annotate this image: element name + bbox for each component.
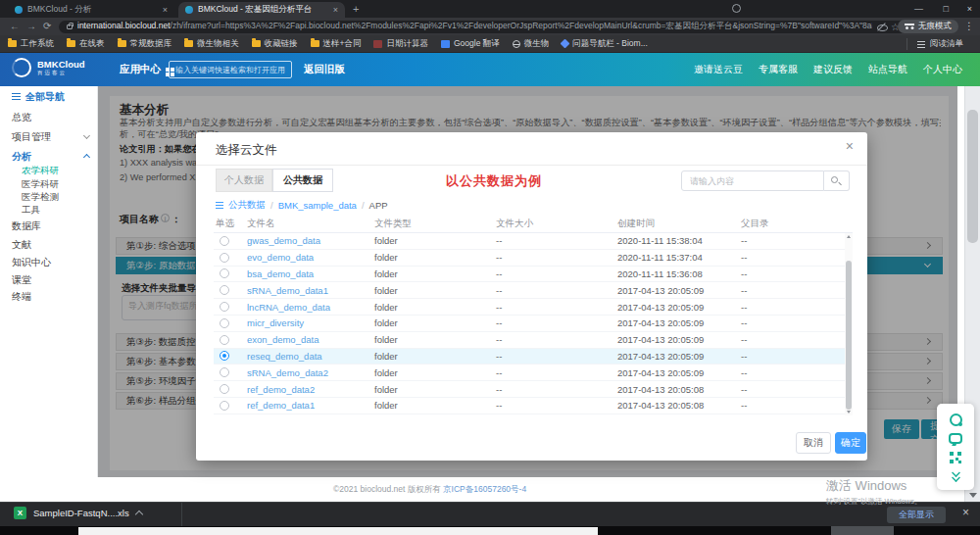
table-row[interactable]: ref_demo_data2 folder -- 2017-04-13 20:0… [214, 381, 853, 398]
icp-link[interactable]: 京ICP备16057260号-4 [443, 484, 526, 494]
chat-icon[interactable] [949, 433, 962, 444]
bookmark-item[interactable]: 常规数据库 [118, 38, 172, 50]
browser-tab-active[interactable]: BMKCloud - 宏基因组分析平台 × [178, 2, 345, 18]
table-row[interactable]: micr_diversity folder -- 2017-04-13 20:0… [214, 316, 853, 332]
file-name-link[interactable]: gwas_demo_data [247, 235, 374, 246]
window-minimize-button[interactable]: — [914, 4, 923, 14]
scroll-down-arrow[interactable] [847, 411, 851, 413]
confirm-button[interactable]: 确定 [835, 432, 866, 454]
sidebar-item-medical-testing[interactable]: 医学检测 [22, 191, 59, 204]
sidebar-item-medical-research[interactable]: 医学科研 [22, 178, 59, 191]
scroll-up-arrow[interactable] [847, 235, 851, 238]
sidebar-nav-all[interactable]: 全部导航 [12, 90, 65, 104]
sidebar-item-knowledge-center[interactable]: 知识中心 [12, 256, 51, 269]
browser-menu-icon[interactable]: ⋮ [964, 21, 974, 31]
dialog-close-icon[interactable]: × [846, 138, 854, 154]
file-name-link[interactable]: reseq_demo_data [247, 351, 374, 362]
dialog-search-input[interactable] [681, 170, 824, 191]
header-nav-link[interactable]: 专属客服 [759, 63, 798, 76]
new-tab-button[interactable]: + [353, 3, 359, 15]
tab-close-icon[interactable]: × [163, 5, 168, 15]
file-name-link[interactable]: micr_diversity [247, 317, 374, 328]
sidebar-item-project-management[interactable]: 项目管理 [12, 130, 51, 144]
bookmark-item[interactable]: 问题导航栏 - Biom... [562, 38, 648, 50]
show-all-downloads-button[interactable]: 全部显示 [887, 507, 946, 523]
bookmark-item[interactable]: Google 翻译 [441, 38, 500, 50]
window-close-button[interactable]: × [967, 4, 972, 14]
table-row[interactable]: bsa_demo_data folder -- 2020-11-11 15:36… [214, 267, 853, 283]
browser-tab[interactable]: BMKCloud - 分析 × [8, 2, 174, 18]
radio-button[interactable] [220, 236, 229, 246]
radio-button[interactable] [220, 318, 229, 328]
table-row[interactable]: gwas_demo_data folder -- 2020-11-11 15:3… [214, 233, 853, 250]
sidebar-item-database[interactable]: 数据库 [12, 219, 41, 233]
header-nav-link[interactable]: 站点导航 [868, 63, 907, 76]
forward-icon[interactable]: → [26, 21, 36, 31]
table-row[interactable]: sRNA_demo_data2 folder -- 2017-04-13 20:… [214, 365, 853, 381]
reload-icon[interactable]: ⟳ [43, 21, 51, 31]
scrollbar-thumb[interactable] [967, 110, 978, 243]
radio-button[interactable] [220, 302, 229, 312]
bookmark-item[interactable]: 收藏链接 [252, 38, 298, 50]
window-maximize-button[interactable]: □ [944, 4, 949, 14]
back-to-old-link[interactable]: 返回旧版 [304, 63, 345, 76]
breadcrumb-folder-link[interactable]: BMK_sample_data [278, 200, 357, 211]
sidebar-item-analysis[interactable]: 分析 [12, 150, 31, 164]
tab-public-data[interactable]: 公共数据 [272, 169, 333, 192]
customer-service-icon[interactable] [950, 413, 962, 426]
radio-button[interactable] [220, 384, 229, 394]
bookmark-item[interactable]: 送样+合同 [311, 38, 362, 50]
table-row[interactable]: reseq_demo_data folder -- 2017-04-13 20:… [214, 349, 853, 365]
header-nav-link[interactable]: 邀请送云豆 [694, 63, 743, 76]
header-nav-link[interactable]: 建议反馈 [813, 63, 853, 76]
breadcrumb-root-link[interactable]: 公共数据 [228, 199, 266, 212]
bookmark-item[interactable]: 在线表 [67, 38, 105, 50]
shelf-close-icon[interactable]: × [962, 506, 969, 519]
table-scrollbar[interactable] [845, 233, 853, 415]
bookmark-item[interactable]: 微生物 [513, 38, 550, 50]
sidebar-item-tools[interactable]: 工具 [22, 204, 40, 217]
file-name-link[interactable]: sRNA_demo_data1 [247, 285, 374, 296]
table-row[interactable]: ref_demo_data1 folder -- 2017-04-13 20:0… [214, 398, 853, 414]
file-name-link[interactable]: ref_demo_data1 [247, 400, 374, 411]
file-name-link[interactable]: evo_demo_data [247, 252, 374, 263]
radio-button[interactable] [220, 268, 229, 278]
file-name-link[interactable]: bsa_demo_data [247, 268, 374, 279]
file-name-link[interactable]: lncRNA_demo_data [247, 302, 374, 313]
header-search-input[interactable] [169, 61, 292, 78]
dialog-search-button[interactable] [824, 170, 850, 191]
reading-list[interactable]: 阅读清单 [906, 35, 963, 53]
radio-button[interactable] [220, 367, 229, 377]
bookmark-item[interactable]: 日期计算器 [373, 38, 428, 50]
sidebar-item-overview[interactable]: 总览 [12, 111, 31, 124]
scroll-down-arrow[interactable] [969, 493, 977, 498]
chevron-up-icon[interactable] [134, 511, 142, 518]
download-item[interactable]: X SampleID-FastqN....xls [14, 507, 142, 519]
bookmark-item[interactable]: 工作系统 [8, 38, 54, 50]
app-center-button[interactable]: 应用中心 [120, 63, 174, 76]
sidebar-item-classroom[interactable]: 课堂 [12, 273, 31, 287]
table-row[interactable]: lncRNA_demo_data folder -- 2017-04-13 20… [214, 299, 853, 316]
radio-button[interactable] [220, 335, 229, 345]
radio-button[interactable] [220, 253, 229, 263]
double-chevron-down-icon[interactable] [951, 470, 960, 480]
table-row[interactable]: evo_demo_data folder -- 2020-11-11 15:37… [214, 250, 853, 267]
back-icon[interactable]: ← [10, 21, 20, 31]
table-row[interactable]: sRNA_demo_data1 folder -- 2017-04-13 20:… [214, 282, 853, 299]
tab-personal-data[interactable]: 个人数据 [216, 169, 272, 192]
taskbar-search-box[interactable] [78, 527, 598, 535]
file-name-link[interactable]: ref_demo_data2 [247, 384, 374, 395]
scrollbar-thumb[interactable] [846, 261, 852, 410]
sidebar-item-agriculture[interactable]: 农学科研 [22, 165, 59, 177]
file-name-link[interactable]: sRNA_demo_data2 [247, 367, 374, 378]
bmkcloud-logo[interactable]: BMKCloud 百迈客云 [12, 58, 85, 77]
sidebar-item-literature[interactable]: 文献 [12, 238, 31, 252]
file-name-link[interactable]: exon_demo_data [247, 334, 374, 345]
radio-button[interactable] [220, 401, 229, 411]
radio-button[interactable] [220, 351, 229, 361]
radio-button[interactable] [220, 285, 229, 295]
qr-code-icon[interactable] [950, 452, 961, 463]
table-row[interactable]: exon_demo_data folder -- 2017-04-13 20:0… [214, 332, 853, 349]
bookmark-item[interactable]: 微生物相关 [184, 38, 239, 50]
cancel-button[interactable]: 取消 [796, 432, 831, 454]
